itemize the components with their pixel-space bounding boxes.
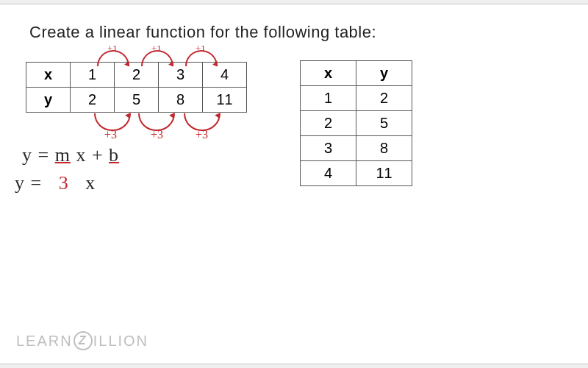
delta-y-label: +3 <box>196 128 208 141</box>
eq-y: y <box>22 144 32 166</box>
slide-canvas: Create a linear function for the followi… <box>0 4 588 364</box>
htable-cell: 5 <box>115 88 159 113</box>
eq-plus: + <box>92 144 104 166</box>
watermark-text-left: LEARN <box>16 333 73 350</box>
vtable-cell: 1 <box>301 86 356 111</box>
delta-x-label: +1 <box>107 43 118 54</box>
vertical-table: x y 1 2 2 5 3 8 4 11 <box>300 60 412 186</box>
eq-m: m <box>55 144 71 166</box>
equation-template: y = m x + b <box>22 144 119 166</box>
delta-x-label: +1 <box>196 43 206 54</box>
vtable-cell: 5 <box>356 111 412 136</box>
table-row: 1 2 <box>301 86 412 111</box>
htable-cell: 2 <box>71 88 115 113</box>
vtable-cell: 3 <box>301 136 356 161</box>
htable-cell: 8 <box>159 88 203 113</box>
delta-x-label: +1 <box>151 43 162 54</box>
app-frame: Create a linear function for the followi… <box>0 0 588 368</box>
eq-equals: = <box>31 172 43 194</box>
vtable-cell: 4 <box>301 161 356 186</box>
delta-y-label: +3 <box>151 128 163 141</box>
table-row: 4 11 <box>301 161 412 186</box>
vtable-header-y: y <box>356 61 412 86</box>
vtable-header-x: x <box>301 61 356 86</box>
table-row: y 2 5 8 11 <box>26 88 247 113</box>
horizontal-table: x 1 2 3 4 y 2 5 8 11 <box>26 62 247 113</box>
delta-y-label: +3 <box>104 128 117 141</box>
htable-header-x: x <box>26 63 71 88</box>
watermark-logo: LEARN Z ILLION <box>16 331 148 350</box>
slide-title: Create a linear function for the followi… <box>29 23 376 42</box>
watermark-text-right: ILLION <box>93 333 148 350</box>
table-row: 2 5 <box>301 111 412 136</box>
vtable-cell: 8 <box>356 136 412 161</box>
htable-header-y: y <box>26 88 71 113</box>
vtable-cell: 11 <box>356 161 412 186</box>
watermark-z-icon: Z <box>74 331 93 350</box>
table-row: 3 8 <box>301 136 412 161</box>
eq-b: b <box>109 144 119 166</box>
vtable-cell: 2 <box>356 86 412 111</box>
vtable-cell: 2 <box>301 111 356 136</box>
eq-slope: 3 <box>59 172 69 194</box>
equation-partial: y = 3 x <box>15 172 96 194</box>
eq-x: x <box>85 172 96 194</box>
eq-equals: = <box>38 144 50 166</box>
htable-cell: 11 <box>203 88 247 113</box>
eq-y: y <box>15 172 25 194</box>
eq-x: x <box>76 144 86 166</box>
table-row: x y <box>301 61 412 86</box>
